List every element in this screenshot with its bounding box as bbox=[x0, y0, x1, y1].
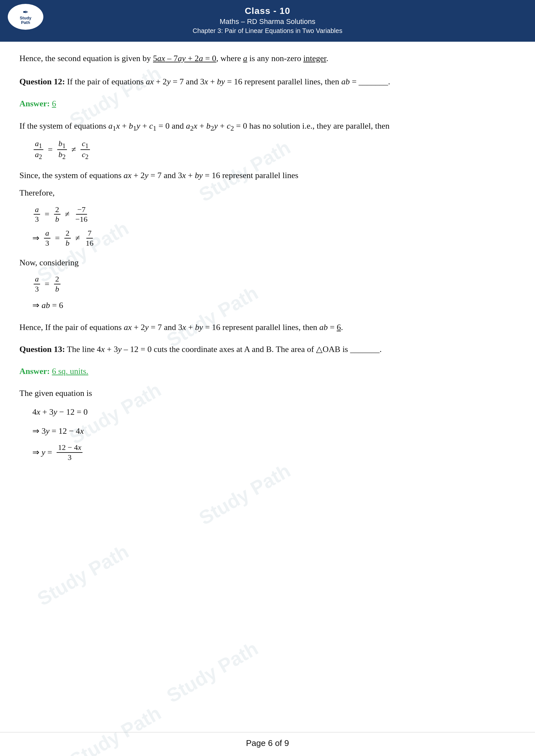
eq2-text: ⇒ 3y = 12 − 4x bbox=[32, 424, 84, 438]
integer-underline: integer bbox=[303, 54, 326, 63]
equation-set-1: a 3 = 2 b ≠ −7 −16 bbox=[32, 205, 516, 224]
neq-sign-2: ≠ bbox=[65, 207, 70, 221]
fraction-c1c2: c1 c2 bbox=[80, 139, 90, 161]
eq-line-1: 4x + 3y − 12 = 0 bbox=[32, 405, 516, 419]
answer-12-block: Answer: 6 bbox=[19, 97, 516, 111]
fraction-b1b2: b1 b2 bbox=[57, 139, 67, 161]
header-class: Class - 10 bbox=[7, 6, 528, 16]
logo-path-text: Path bbox=[21, 20, 30, 25]
fraction-a1a2: a1 a2 bbox=[34, 139, 43, 161]
ans13-label: Answer: bbox=[19, 366, 52, 376]
neq-sign-3: ≠ bbox=[75, 231, 80, 245]
parallel-condition: a1 a2 = b1 b2 ≠ c1 c2 bbox=[32, 139, 516, 161]
ans12-label: Answer: bbox=[19, 99, 52, 108]
implies-sign-1: ⇒ bbox=[32, 231, 40, 245]
watermark-8: Study Path bbox=[160, 633, 264, 712]
body-explanation-1: If the system of equations a1x + b1y + c… bbox=[19, 119, 516, 134]
implies-ab: ⇒ ab = 6 bbox=[32, 298, 63, 312]
ans12-value: 6 bbox=[52, 99, 56, 108]
logo: ✒ Study Path bbox=[8, 4, 43, 30]
fraction-7-16: 7 16 bbox=[84, 229, 95, 248]
equals-sign-3: = bbox=[55, 231, 60, 245]
body-explanation-2: Since, the system of equations ax + 2y =… bbox=[19, 168, 516, 183]
header: ✒ Study Path Class - 10 Maths – RD Sharm… bbox=[0, 0, 535, 42]
watermark-6: Study Path bbox=[192, 455, 296, 534]
page-container: ✒ Study Path Class - 10 Maths – RD Sharm… bbox=[0, 0, 535, 756]
fraction-a3: a 3 bbox=[34, 205, 40, 224]
answer-13-block: Answer: 6 sq. units. bbox=[19, 364, 516, 378]
conclusion-12: Hence, If the pair of equations ax + 2y … bbox=[19, 320, 516, 335]
now-considering-text: Now, considering bbox=[19, 256, 516, 270]
question-13-block: Question 13: The line 4x + 3y – 12 = 0 c… bbox=[19, 342, 516, 357]
equation-set-2: ⇒ a 3 = 2 b ≠ 7 16 bbox=[32, 229, 516, 248]
footer: Page 6 of 9 bbox=[0, 732, 535, 756]
fraction-12-4x-3: 12 − 4x 3 bbox=[57, 443, 82, 462]
fraction-a3-2: a 3 bbox=[44, 229, 50, 248]
ab-result: ⇒ ab = 6 bbox=[32, 298, 516, 312]
logo-study-text: Study bbox=[20, 16, 31, 20]
fraction-2b: 2 b bbox=[54, 205, 61, 224]
equals-sign-2: = bbox=[44, 207, 49, 221]
eq3-prefix: ⇒ y = bbox=[32, 446, 52, 460]
equation-underline: 5ax – 7ay + 2a = 0 bbox=[153, 54, 216, 63]
watermark-7: Study Path bbox=[31, 536, 135, 615]
q13-label: Question 13: bbox=[19, 344, 65, 354]
eq-line-2: ⇒ 3y = 12 − 4x bbox=[32, 424, 516, 438]
q13-text: The line 4x + 3y – 12 = 0 cuts the coord… bbox=[65, 344, 382, 354]
fraction-neg7-neg16: −7 −16 bbox=[74, 205, 89, 224]
logo-pen-icon: ✒ bbox=[23, 9, 28, 16]
given-equation-text: The given equation is bbox=[19, 386, 516, 400]
header-chapter: Chapter 3: Pair of Linear Equations in T… bbox=[7, 27, 528, 35]
equals-sign-1: = bbox=[48, 143, 53, 157]
fraction-a3-final: a 3 bbox=[34, 274, 40, 294]
ans13-value: 6 sq. units. bbox=[52, 366, 88, 376]
eq1-text: 4x + 3y − 12 = 0 bbox=[32, 405, 88, 419]
ab-underline: 6 bbox=[337, 323, 341, 332]
content-area: Study Path Study Path Study Path Study P… bbox=[0, 42, 535, 732]
equals-sign-4: = bbox=[44, 277, 49, 291]
q12-label: Question 12: bbox=[19, 77, 65, 86]
q12-text: If the pair of equations ax + 2y = 7 and… bbox=[65, 77, 390, 86]
neq-sign-1: ≠ bbox=[71, 143, 76, 157]
considering-equation: a 3 = 2 b bbox=[32, 274, 516, 294]
fraction-2b-2: 2 b bbox=[64, 229, 71, 248]
header-subtitle: Maths – RD Sharma Solutions bbox=[7, 17, 528, 26]
question-12-block: Question 12: If the pair of equations ax… bbox=[19, 75, 516, 89]
therefore-text: Therefore, bbox=[19, 186, 516, 200]
page-info: Page 6 of 9 bbox=[246, 738, 289, 748]
logo-oval: ✒ Study Path bbox=[8, 4, 43, 30]
intro-text: Hence, the second equation is given by 5… bbox=[19, 51, 516, 66]
variable-a: a bbox=[243, 54, 247, 63]
fraction-2b-final: 2 b bbox=[54, 274, 61, 294]
eq-line-3: ⇒ y = 12 − 4x 3 bbox=[32, 443, 516, 462]
